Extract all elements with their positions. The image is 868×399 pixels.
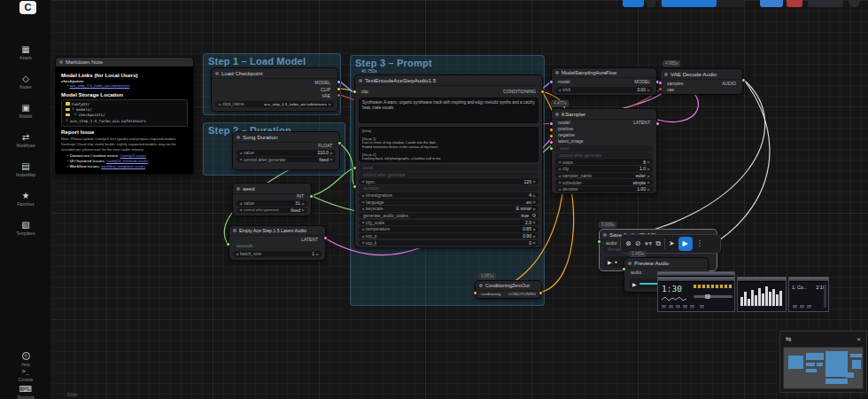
output-dot-vae[interactable] [337,93,341,98]
widget-control-connected[interactable]: control after generate [359,172,539,178]
node-vae-decode-audio[interactable]: VAE Decode Audio samples AUDIO vae [660,68,743,95]
minimap-panel[interactable]: ⇆ × [779,331,867,393]
stop-button[interactable] [682,304,688,309]
widget-batch-size[interactable]: ◀batch_size 1▶ [233,251,322,257]
node-song-duration[interactable]: Song Duration FLOAT ◀value 210.0▶ ◀contr… [232,131,340,170]
play-icon[interactable]: ▶ [608,259,612,265]
input-dot-model[interactable] [549,121,554,126]
output-dot-int[interactable] [309,194,314,199]
input-dot-seed[interactable] [353,166,357,170]
widget-generate-audio-codes[interactable]: generate_audio_codestrue [359,213,539,219]
widget-scheduler[interactable]: ◀schedulersimple▶ [555,179,653,185]
sidebar-item-favorites[interactable]: ★ Favorites [0,191,51,207]
collapse-dot[interactable] [664,73,668,76]
output-dot-float[interactable] [337,141,342,145]
widget-value[interactable]: ◀value 210.0▶ [236,150,336,156]
widget-keyscale[interactable]: ◀keyscaleE minor▶ [359,206,539,212]
player-titlebar[interactable] [658,278,734,282]
seek-slider[interactable] [694,295,732,298]
input-dot-duration[interactable] [353,184,357,189]
run-button[interactable] [623,0,644,7]
minimap-viewport[interactable] [783,347,864,389]
collapse-dot[interactable] [359,79,362,82]
node-markdown-note[interactable]: Markdown Note Model Links (for Local Use… [55,57,194,175]
more-options-icon[interactable]: ⋮ [696,240,703,247]
minimap-flip-icon[interactable]: ⇆ [786,335,792,343]
pause-button[interactable] [675,304,681,309]
lyrics-textarea[interactable]: [Intro] [Verse 1] Lost in rivers of my s… [359,127,539,162]
node-seed[interactable]: seed INT ◀value 31▶ ◀control after gener… [232,183,312,216]
delete-icon[interactable]: ⊗ [625,240,632,247]
node-empty-latent-audio[interactable]: Empty Ace Step 1.5 Latent Audio LATENT s… [229,225,326,261]
input-dot-samples[interactable] [658,81,663,85]
sidebar-item-help[interactable]: ? Help [0,346,51,367]
input-dot-clip[interactable] [353,90,357,94]
widget-language[interactable]: ◀languageen▶ [359,199,539,205]
collapse-dot[interactable] [215,72,219,75]
minimap-close-icon[interactable]: × [856,335,861,343]
input-dot-vae[interactable] [658,87,663,91]
widget-control-after-generate[interactable]: ◀control after generate fixed▶ [236,157,336,163]
widget-value[interactable]: ◀value 31▶ [236,200,307,207]
output-dot-latent[interactable] [323,236,328,240]
playlist-titlebar[interactable] [789,278,828,282]
output-dot-model[interactable] [337,80,341,84]
node-ksampler[interactable]: KSampler model LATENT positive negative … [551,108,657,194]
collapse-dot[interactable] [555,113,559,116]
widget-ckpt-name[interactable]: ◀ckpt_name ace_step_1.5_turbo_aio.safete… [215,101,334,107]
widget-sampler-name[interactable]: ◀sampler_nameeuler▶ [555,173,653,179]
next-button[interactable] [689,304,695,309]
output-dot-latent[interactable] [655,121,660,126]
color-picker-icon[interactable]: ●▾ [644,240,652,247]
collapse-dot[interactable] [59,60,63,64]
tags-textarea[interactable]: Synthwave: A warm, organic synthwave tra… [359,98,539,123]
input-dot-model[interactable] [549,80,554,84]
collapse-dot[interactable] [628,262,632,265]
widget-bpm[interactable]: ◀bpm120▶ [359,178,539,184]
sidebar-item-assets[interactable]: ▦ Assets [0,44,51,60]
widget-seed-connected[interactable]: seed [555,145,653,152]
input-dot-negative[interactable] [549,134,554,138]
sidebar-item-shortcuts[interactable]: ⌨ Shortcuts [0,384,51,399]
prev-button[interactable] [661,304,667,309]
audio-player-eq-window[interactable] [737,277,787,312]
widget-temperature[interactable]: ◀temperature0.85▶ [359,226,539,232]
toolbar-icon-button[interactable] [647,0,655,7]
node-load-checkpoint[interactable]: Load Checkpoint MODEL CLIP VAE ◀ckpt_nam… [211,67,338,112]
sidebar-item-console[interactable]: >_ Console [0,366,51,382]
node-conditioning-zero-out[interactable]: ConditioningZeroOut conditioning CONDITI… [475,280,542,299]
sidebar-item-workflows[interactable]: ⇄ Workflows [0,132,51,148]
comfyui-logo[interactable]: C [19,1,36,14]
collapse-dot[interactable] [555,71,559,74]
node-model-sampling-auraflow[interactable]: ModelSamplingAuraFlow model MODEL ◀shift… [551,67,657,96]
node-text-encode[interactable]: TextEncodeAceStepAudio1.5 clip CONDITION… [354,74,543,248]
input-dot-positive[interactable] [549,128,554,132]
output-dot-conditioning[interactable] [539,291,543,295]
collapse-dot[interactable] [479,284,483,287]
widget-shift[interactable]: ◀shift 3.00▶ [555,87,653,93]
play-button[interactable] [668,304,674,309]
output-dot-conditioning[interactable] [540,90,545,94]
input-dot-seed[interactable] [549,146,554,151]
widget-steps[interactable]: ◀steps8▶ [555,159,653,165]
widget-control-after-generate[interactable]: ◀control after generate fixed▶ [236,207,307,214]
collapse-dot[interactable] [233,229,236,232]
playlist-entry[interactable]: 1. Co..2:10 [792,285,825,290]
stop-button[interactable] [787,0,802,7]
widget-timesignature[interactable]: ◀timesignature4▶ [359,192,539,199]
playlist-rem-button[interactable] [799,304,805,309]
input-dot-audio[interactable] [622,267,626,271]
fit-view-icon[interactable]: ⧉ [655,240,661,247]
playlist-scrollbar[interactable] [824,285,826,308]
run-selection-button[interactable]: ▶ [678,237,693,251]
toolbar-dropdown[interactable] [760,0,783,7]
widget-seed-connected[interactable]: seed [359,165,539,171]
eq-titlebar[interactable] [738,278,786,282]
output-dot-clip[interactable] [337,87,341,91]
publish-button[interactable] [808,0,843,7]
sidebar-item-nodes[interactable]: ◇ Nodes [0,74,51,90]
collapse-dot[interactable] [603,233,607,237]
queue-button[interactable] [662,0,717,7]
input-dot-seconds[interactable] [226,242,230,246]
input-dot-audio[interactable] [597,239,601,244]
